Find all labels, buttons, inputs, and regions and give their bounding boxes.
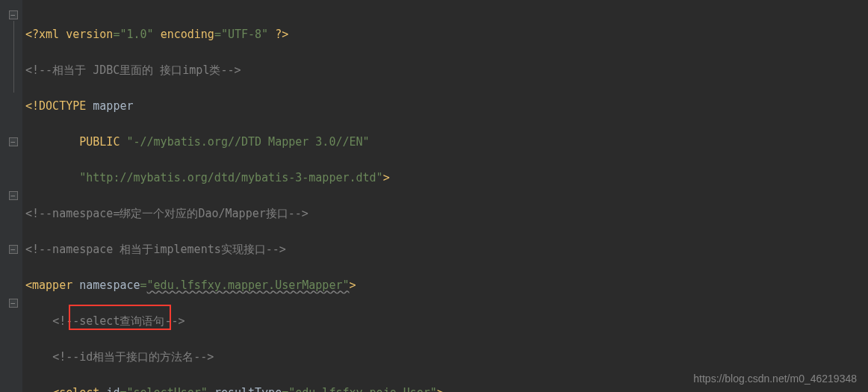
code-line: <!--namespace=绑定一个对应的Dao/Mapper接口--> (25, 205, 862, 223)
code-editor[interactable]: <?xml version="1.0" encoding="UTF-8" ?> … (25, 7, 862, 392)
code-line: <!DOCTYPE mapper (25, 97, 862, 115)
code-line: <!--id相当于接口的方法名--> (25, 348, 862, 366)
fold-line (13, 21, 14, 93)
code-line: "http://mybatis.org/dtd/mybatis-3-mapper… (25, 169, 862, 187)
code-line: <mapper namespace="edu.lfsfxy.mapper.Use… (25, 276, 862, 294)
code-line: <?xml version="1.0" encoding="UTF-8" ?> (25, 25, 862, 43)
code-line: <!--namespace 相当于implements实现接口--> (25, 240, 862, 258)
fold-icon[interactable] (9, 191, 18, 200)
fold-icon[interactable] (9, 245, 18, 254)
code-line: <!--相当于 JDBC里面的 接口impl类--> (25, 61, 862, 79)
watermark: https://blog.csdn.net/m0_46219348 (693, 370, 857, 388)
fold-icon[interactable] (9, 137, 18, 146)
code-line: PUBLIC "-//mybatis.org//DTD Mapper 3.0//… (25, 133, 862, 151)
fold-icon[interactable] (9, 299, 18, 308)
fold-icon[interactable] (9, 10, 18, 19)
code-line: <!--select查询语句--> (25, 312, 862, 330)
